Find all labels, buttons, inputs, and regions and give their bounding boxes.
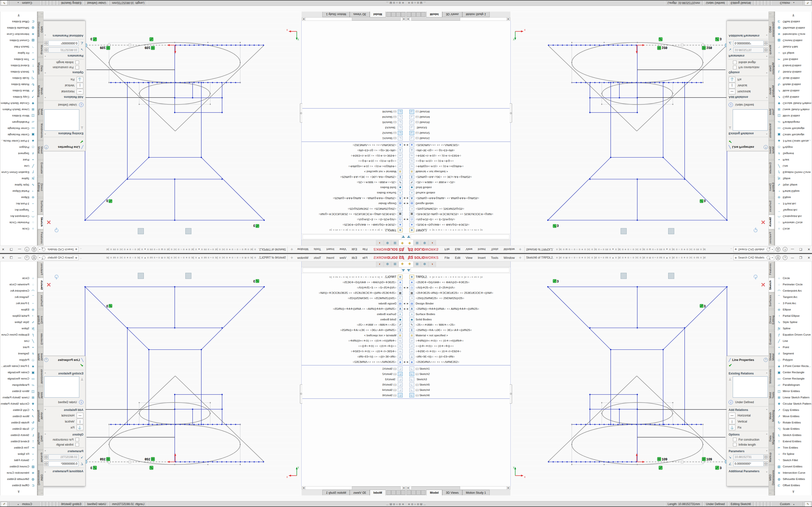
commandmanager-tab[interactable]: Sketch: [769, 215, 775, 229]
flyout-menu-item[interactable]: ⌒ Tangent Arc: [0, 207, 37, 213]
view-toolbar-icon[interactable]: [605, 273, 607, 279]
flyout-menu-item[interactable]: Ɲ Spline: [0, 175, 37, 182]
relations-listbox[interactable]: [733, 376, 768, 398]
view-toolbar-icon[interactable]: [580, 273, 585, 279]
view-toolbar-icon[interactable]: [542, 273, 548, 279]
sketch-tree-item[interactable]: ∟ (-) Sketch2: [406, 371, 510, 377]
flyout-menu-item[interactable]: ▣ Center Rectangle: [0, 369, 37, 376]
view-toolbar-icon[interactable]: [258, 273, 264, 279]
model-tab[interactable]: Motion Study 1: [322, 12, 350, 17]
sketch-tree-item[interactable]: ∟ Sketch3: [302, 377, 406, 382]
view-toolbar-icon[interactable]: [637, 273, 642, 279]
tree-item[interactable]: ▶ ▤ Design Binder: [302, 201, 406, 206]
commandmanager-tab[interactable]: ⋮: [37, 11, 43, 16]
tree-item[interactable]: ▶ A ○25ИN◎∘✛A✛◎ИNA○ ∘○ AИN◎✛A✛∘◎ИN25○: [406, 306, 510, 312]
commandmanager-tab[interactable]: Features: [37, 230, 43, 246]
flyout-menu-item[interactable]: ◹ Scale Entities: [775, 426, 812, 432]
flyout-menu-item[interactable]: ⊺ Extend Entities: [0, 62, 37, 69]
flyout-menu-item[interactable]: ✂ Trim Entities: [0, 445, 37, 451]
view-toolbar-icon[interactable]: [586, 273, 592, 279]
menu-item[interactable]: Tools: [311, 246, 323, 253]
filter-input[interactable]: [303, 234, 401, 239]
pin-icon[interactable]: ✛: [519, 256, 521, 260]
chevron-up-icon[interactable]: ⌃: [44, 450, 46, 453]
flyout-menu-item[interactable]: ◝ Sketch Fillet: [775, 457, 812, 463]
chevron-up-icon[interactable]: ⌃: [766, 409, 768, 411]
tree-item[interactable]: ▱ ○∘◎✛○✳⊙|○ ∘○ |⊙✳○✛◎∘○: [406, 158, 510, 164]
view-toolbar-icon[interactable]: [586, 228, 592, 234]
commandmanager-tab[interactable]: Sheet Metal: [769, 347, 775, 366]
tree-item[interactable]: ◖ Surface Bodies: [406, 312, 510, 317]
commandmanager-tab[interactable]: Direct Editing: [769, 309, 775, 330]
parameters-section[interactable]: Parameters ⌃: [42, 448, 85, 454]
flyout-menu-item[interactable]: ▱ Parallelogram: [0, 382, 37, 388]
status-display-mode[interactable]: Custom ▴: [771, 502, 803, 506]
exit-sketch-icon[interactable]: ⟳: [53, 227, 61, 233]
tree-item[interactable]: Σ ○25ИN◎∘✛A∩ɔ3Є○ ∘○ 3Єɔ∩A✛∘◎ИN25○: [406, 327, 510, 333]
flyout-menu-item[interactable]: ↗ Copy Entities: [775, 94, 812, 100]
view-toolbar-icon[interactable]: [138, 273, 144, 279]
flyout-menu-item[interactable]: ƒ Equation Driven Curve: [775, 332, 812, 338]
view-toolbar-icon[interactable]: [691, 273, 696, 279]
search-icon[interactable]: [42, 256, 45, 259]
view-toolbar-icon[interactable]: [116, 228, 121, 234]
flyout-menu-item[interactable]: ◇ Polygon: [0, 144, 37, 151]
flyout-menu-item[interactable]: ↻ Rotate Entities: [775, 419, 812, 426]
scrollbar-thumb[interactable]: [411, 17, 460, 20]
flyout-menu-item[interactable]: ◌ Perimeter Circle: [775, 219, 812, 226]
flyout-menu-item[interactable]: ◌ Perimeter Circle: [0, 219, 37, 226]
flyout-menu-item[interactable]: ⊖ Ellipse: [775, 306, 812, 313]
tree-item[interactable]: Σ ○25ИN◎∘✛A∩ɔ3Є○ ∘○ 3Єɔ∩A✛∘◎ИN25○: [302, 174, 406, 180]
commandmanager-tab[interactable]: Evaluate: [769, 160, 775, 176]
view-toolbar-icon[interactable]: [179, 273, 185, 279]
angle-input[interactable]: 0.00000000°: [48, 461, 79, 466]
cancel-sketch-icon[interactable]: ✕: [761, 219, 766, 225]
flyout-menu-item[interactable]: ▣ Center Rectangle: [775, 131, 812, 138]
chevron-up-icon[interactable]: ⌃: [766, 450, 768, 453]
exit-sketch-icon[interactable]: ⟳: [53, 274, 61, 280]
commandmanager-tab[interactable]: Features: [769, 261, 775, 277]
relation-button[interactable]: ⚓: [729, 425, 735, 430]
view-toolbar-icon[interactable]: [649, 273, 655, 279]
flyout-menu-item[interactable]: ⌣ Fit Spline: [775, 50, 812, 56]
flyout-menu-item[interactable]: Ɲ Spline: [775, 175, 812, 182]
tab-nav-button[interactable]: [396, 12, 401, 17]
flyout-menu-item[interactable]: ▧ Convert Entities: [0, 463, 37, 469]
commandmanager-tab[interactable]: Surfaces: [37, 198, 43, 214]
search-dropdown-icon[interactable]: ▾: [39, 257, 41, 259]
flyout-menu-item[interactable]: ⌢ 3 Point Arc: [0, 300, 37, 306]
tree-item[interactable]: ▶ A ○25ИN◎∘✛A✛◎ИNA○ ∘○ AИN◎✛A✛∘◎ИN25○: [406, 195, 510, 201]
flyout-menu-item[interactable]: ⊖ Ellipse: [0, 194, 37, 201]
tree-item[interactable]: ◖ Surface Bodies: [406, 190, 510, 195]
length-spinner[interactable]: ▲▼: [44, 48, 48, 52]
sketch-tree-item[interactable]: ∟ Sketch3: [302, 125, 406, 130]
parameters-section[interactable]: Parameters ⌃: [727, 53, 770, 59]
tag-icon[interactable]: ✎: [805, 0, 811, 6]
flyout-menu-item[interactable]: ▭ Corner Rectangle: [775, 125, 812, 131]
tab-nav-button[interactable]: [416, 12, 421, 17]
tree-item[interactable]: ★ ○253Є✛∘ʘ◎ΛAΦ○ ∘○ ΦAΛ◎ʘ∘✛3Є25○: [302, 280, 406, 285]
parameters-section[interactable]: Parameters ⌃: [727, 448, 770, 454]
status-display-mode[interactable]: Custom ▴: [9, 1, 41, 5]
view-toolbar-icon[interactable]: [523, 228, 529, 234]
tree-item[interactable]: ▶ ◷ ○Λℓ◎✛25∘Ƨ○ ∘○ Ƨ∘25✛◎ℓΛ○: [406, 217, 510, 222]
view-toolbar-icon[interactable]: [151, 228, 156, 234]
model-tab[interactable]: Model: [426, 490, 442, 495]
commandmanager-tab[interactable]: MBD Dimensions: [769, 465, 775, 490]
sketch-tree-item[interactable]: ∟ (-) Sketch2: [406, 130, 510, 136]
existing-relations-section[interactable]: Existing Relations ⌃: [42, 131, 85, 136]
options-section[interactable]: Options ⌃: [727, 70, 770, 75]
overflow-dots[interactable]: ..: [730, 248, 732, 251]
flyout-menu-item[interactable]: ✂ Trim Entities: [0, 56, 37, 62]
panel-tab[interactable]: ❖: [399, 261, 406, 267]
panel-splitter-handle[interactable]: [510, 103, 512, 123]
view-toolbar-icon[interactable]: [252, 273, 257, 279]
commandmanager-tab[interactable]: Mesh Modeling: [769, 80, 775, 103]
menu-item[interactable]: File: [442, 254, 452, 261]
flyout-menu-item[interactable]: ⊺ Extend Entities: [775, 62, 812, 69]
view-toolbar-icon[interactable]: [239, 228, 245, 234]
view-toolbar-icon[interactable]: [176, 228, 179, 234]
view-toolbar-icon[interactable]: [192, 228, 198, 234]
model-tab[interactable]: Motion Study 1: [462, 490, 490, 495]
view-toolbar-icon[interactable]: [208, 228, 213, 234]
